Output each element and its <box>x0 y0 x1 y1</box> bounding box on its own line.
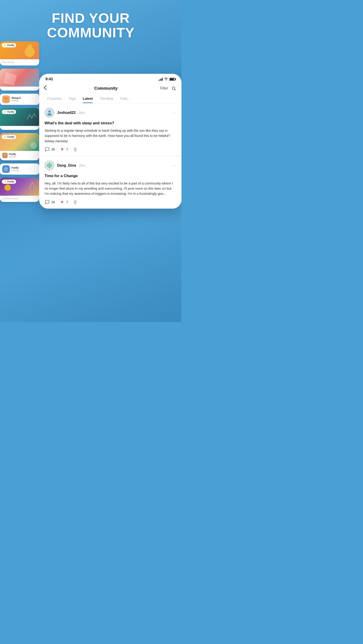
comment-icon <box>45 147 50 152</box>
post-2: Dang_Gina · 2hrs ··· Time for a Change H… <box>39 156 182 209</box>
svg-line-3 <box>175 89 176 90</box>
search-button[interactable] <box>170 85 177 92</box>
comment-icon-2 <box>45 200 50 205</box>
post-2-username: Dang_Gina <box>57 164 76 168</box>
tab-following[interactable]: Follo… <box>117 94 130 103</box>
post-1-avatar <box>45 108 54 118</box>
sidebar-card-4: ⚡ Fortify <box>0 108 39 130</box>
post-2-actions: 26 ♥ 7 <box>45 200 176 205</box>
post-2-upvote-btn[interactable] <box>73 200 78 205</box>
wifi-icon <box>164 78 168 81</box>
heart-icon-2: ♥ <box>60 200 65 205</box>
battery-icon <box>169 78 175 81</box>
fortify-icon-2: 🏛️ <box>2 165 10 173</box>
post-2-user: Dang_Gina · 2hrs <box>45 160 85 170</box>
post-2-body: Hey, all. I'm fairly new to all of this … <box>45 181 176 196</box>
headline-line2: COMMUNITY <box>0 25 182 40</box>
sidebar-card-2 <box>0 69 39 90</box>
tab-trending[interactable]: Trending <box>96 94 117 103</box>
fortify-badge-4: ⚡ Fortify <box>2 180 16 184</box>
post-1-upvote-btn[interactable] <box>73 147 78 152</box>
heart-icon: ♥ <box>60 147 65 152</box>
upvote-icon <box>73 147 78 152</box>
post-1-header: Joshua422 · 2hrs ··· <box>45 108 176 118</box>
post-1-time: · 2hrs <box>77 111 85 114</box>
nav-bar: Community Filter <box>39 83 182 94</box>
sidebar-card-5: ⚡ Fortify 🏛️ Fortify Let's ge... <box>0 133 39 160</box>
svg-point-5 <box>48 110 51 113</box>
posts-feed: Joshua422 · 2hrs ··· What's the deal wit… <box>39 103 182 209</box>
status-icons <box>159 78 175 81</box>
post-1-more[interactable]: ··· <box>172 110 176 116</box>
post-1-user: Joshua422 · 2hrs <box>45 108 85 118</box>
post-2-like-count: 7 <box>66 200 68 204</box>
svg-line-1 <box>33 182 36 189</box>
post-1-comment-count: 26 <box>51 147 55 151</box>
nav-right: Filter <box>160 85 177 92</box>
post-2-avatar <box>45 160 54 170</box>
status-bar: 9:41 <box>39 74 182 83</box>
status-time: 9:41 <box>46 77 53 82</box>
post-1: Joshua422 · 2hrs ··· What's the deal wit… <box>39 103 182 156</box>
svg-line-0 <box>29 182 33 189</box>
post-2-comment-btn[interactable]: 26 <box>45 200 55 205</box>
post-1-title: What's the deal with sleep and stress? <box>45 121 176 126</box>
post-1-like-btn[interactable]: ♥ 7 <box>60 147 68 152</box>
post-1-body: Sticking to a regular sleep schedule is … <box>45 128 176 144</box>
post-1-username: Joshua422 <box>57 111 76 115</box>
rising-icon: 🏋️ <box>2 96 10 103</box>
post-2-header: Dang_Gina · 2hrs ··· <box>45 160 176 170</box>
post-2-more[interactable]: ··· <box>172 163 176 168</box>
headline-line1: FIND YOUR <box>0 11 182 25</box>
upvote-icon-2 <box>73 200 78 205</box>
svg-point-11 <box>51 164 52 166</box>
signal-icon <box>159 78 163 81</box>
fortify-badge-1: ⚡ Fortify <box>2 43 16 48</box>
svg-point-9 <box>49 166 50 168</box>
post-1-actions: 26 ♥ 7 <box>45 147 176 152</box>
sidebar-cards: ⚡ Fortify focus and joy 🏋️ Rising U Gett… <box>0 41 39 202</box>
tabs-bar: Channels Tags Latest Trending Follo… <box>39 94 182 103</box>
sidebar-card-1: ⚡ Fortify focus and joy <box>0 41 39 66</box>
back-button[interactable] <box>44 85 52 92</box>
hero-headline: FIND YOUR COMMUNITY <box>0 11 182 40</box>
fortify-badge-3: ⚡ Fortify <box>2 135 16 139</box>
tab-tags[interactable]: Tags <box>65 94 79 103</box>
tab-latest[interactable]: Latest <box>79 94 96 103</box>
sidebar-card-3: 🏋️ Rising U Getting... <box>0 94 39 105</box>
sidebar-card-6: 🏛️ Fortify Let's ge... <box>0 164 39 175</box>
fortify-badge-2: ⚡ Fortify <box>2 110 16 114</box>
svg-point-12 <box>49 164 50 166</box>
phone-mockup: 9:41 <box>39 74 182 209</box>
nav-title: Community <box>52 86 160 91</box>
post-2-like-btn[interactable]: ♥ 7 <box>60 200 68 205</box>
sidebar-card-7: ⚡ Fortify e Growth Process <box>0 178 39 202</box>
post-2-title: Time for a Change <box>45 174 176 178</box>
svg-point-10 <box>47 164 48 166</box>
svg-point-8 <box>49 163 50 164</box>
post-1-comment-btn[interactable]: 26 <box>45 147 55 152</box>
post-1-like-count: 7 <box>66 147 68 151</box>
post-2-time: · 2hrs <box>77 164 85 167</box>
tab-channels[interactable]: Channels <box>44 94 65 103</box>
filter-button[interactable]: Filter <box>160 86 168 90</box>
post-2-comment-count: 26 <box>51 200 55 204</box>
